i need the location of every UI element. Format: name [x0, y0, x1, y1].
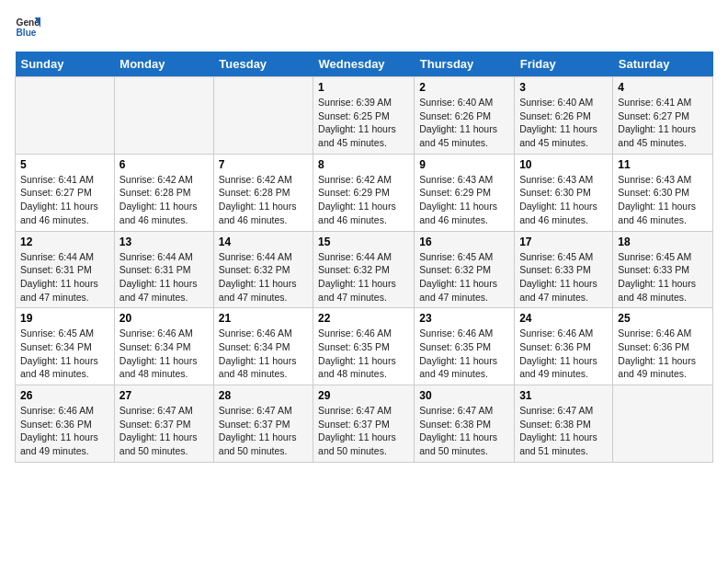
day-number: 14 — [219, 236, 308, 248]
day-number: 2 — [419, 81, 509, 94]
day-info: Sunrise: 6:46 AMSunset: 6:34 PMDaylight:… — [219, 327, 308, 381]
day-info: Sunrise: 6:44 AMSunset: 6:32 PMDaylight:… — [219, 250, 308, 304]
day-cell: 26Sunrise: 6:46 AMSunset: 6:36 PMDayligh… — [16, 385, 115, 463]
day-number: 6 — [119, 158, 209, 171]
day-cell: 8Sunrise: 6:42 AMSunset: 6:29 PMDaylight… — [313, 154, 415, 231]
day-info: Sunrise: 6:42 AMSunset: 6:29 PMDaylight:… — [318, 173, 409, 227]
day-info: Sunrise: 6:40 AMSunset: 6:26 PMDaylight:… — [519, 96, 608, 150]
day-info: Sunrise: 6:46 AMSunset: 6:36 PMDaylight:… — [519, 327, 608, 381]
header-cell-friday: Friday — [515, 52, 613, 77]
day-info: Sunrise: 6:46 AMSunset: 6:36 PMDaylight:… — [618, 327, 708, 381]
calendar-header: SundayMondayTuesdayWednesdayThursdayFrid… — [16, 52, 713, 77]
day-cell: 3Sunrise: 6:40 AMSunset: 6:26 PMDaylight… — [515, 77, 613, 155]
day-number: 16 — [419, 236, 509, 248]
day-info: Sunrise: 6:45 AMSunset: 6:33 PMDaylight:… — [618, 250, 708, 304]
week-row-1: 1Sunrise: 6:39 AMSunset: 6:25 PMDaylight… — [16, 77, 713, 155]
day-number: 26 — [20, 389, 109, 402]
day-cell — [16, 77, 115, 155]
day-number: 13 — [119, 236, 209, 248]
day-cell: 1Sunrise: 6:39 AMSunset: 6:25 PMDaylight… — [313, 77, 415, 155]
day-cell: 28Sunrise: 6:47 AMSunset: 6:37 PMDayligh… — [213, 385, 313, 463]
day-cell: 18Sunrise: 6:45 AMSunset: 6:33 PMDayligh… — [613, 231, 713, 308]
week-row-4: 19Sunrise: 6:45 AMSunset: 6:34 PMDayligh… — [16, 308, 713, 385]
day-number: 18 — [618, 236, 708, 248]
day-info: Sunrise: 6:43 AMSunset: 6:30 PMDaylight:… — [519, 173, 608, 227]
logo: General Blue — [15, 15, 44, 40]
day-number: 7 — [219, 158, 308, 171]
day-info: Sunrise: 6:46 AMSunset: 6:35 PMDaylight:… — [419, 327, 509, 381]
day-cell: 4Sunrise: 6:41 AMSunset: 6:27 PMDaylight… — [613, 77, 713, 155]
day-info: Sunrise: 6:46 AMSunset: 6:35 PMDaylight:… — [318, 327, 409, 381]
day-cell: 5Sunrise: 6:41 AMSunset: 6:27 PMDaylight… — [16, 154, 115, 231]
logo-icon: General Blue — [15, 15, 40, 40]
day-info: Sunrise: 6:44 AMSunset: 6:31 PMDaylight:… — [20, 250, 109, 304]
day-cell: 23Sunrise: 6:46 AMSunset: 6:35 PMDayligh… — [415, 308, 515, 385]
day-number: 31 — [519, 389, 608, 402]
day-cell: 24Sunrise: 6:46 AMSunset: 6:36 PMDayligh… — [515, 308, 613, 385]
day-cell — [114, 77, 213, 155]
day-info: Sunrise: 6:47 AMSunset: 6:38 PMDaylight:… — [519, 404, 608, 458]
day-info: Sunrise: 6:47 AMSunset: 6:37 PMDaylight:… — [119, 404, 209, 458]
day-number: 9 — [419, 158, 509, 171]
day-number: 17 — [519, 236, 608, 248]
day-number: 8 — [318, 158, 409, 171]
day-number: 3 — [519, 81, 608, 94]
day-number: 4 — [618, 81, 708, 94]
day-number: 11 — [618, 158, 708, 171]
calendar-body: 1Sunrise: 6:39 AMSunset: 6:25 PMDaylight… — [16, 77, 713, 463]
day-cell: 9Sunrise: 6:43 AMSunset: 6:29 PMDaylight… — [415, 154, 515, 231]
day-cell: 14Sunrise: 6:44 AMSunset: 6:32 PMDayligh… — [213, 231, 313, 308]
day-info: Sunrise: 6:45 AMSunset: 6:34 PMDaylight:… — [20, 327, 109, 381]
day-cell: 25Sunrise: 6:46 AMSunset: 6:36 PMDayligh… — [613, 308, 713, 385]
day-info: Sunrise: 6:46 AMSunset: 6:34 PMDaylight:… — [119, 327, 209, 381]
header-cell-monday: Monday — [114, 52, 213, 77]
day-cell: 15Sunrise: 6:44 AMSunset: 6:32 PMDayligh… — [313, 231, 415, 308]
day-cell: 7Sunrise: 6:42 AMSunset: 6:28 PMDaylight… — [213, 154, 313, 231]
day-number: 28 — [219, 389, 308, 402]
day-number: 20 — [119, 312, 209, 325]
day-cell: 31Sunrise: 6:47 AMSunset: 6:38 PMDayligh… — [515, 385, 613, 463]
day-number: 29 — [318, 389, 409, 402]
calendar-table: SundayMondayTuesdayWednesdayThursdayFrid… — [15, 52, 713, 463]
day-cell: 29Sunrise: 6:47 AMSunset: 6:37 PMDayligh… — [313, 385, 415, 463]
day-number: 27 — [119, 389, 209, 402]
day-number: 24 — [519, 312, 608, 325]
day-cell: 19Sunrise: 6:45 AMSunset: 6:34 PMDayligh… — [16, 308, 115, 385]
day-number: 23 — [419, 312, 509, 325]
day-cell: 27Sunrise: 6:47 AMSunset: 6:37 PMDayligh… — [114, 385, 213, 463]
svg-text:Blue: Blue — [17, 28, 37, 38]
day-cell: 12Sunrise: 6:44 AMSunset: 6:31 PMDayligh… — [16, 231, 115, 308]
day-info: Sunrise: 6:47 AMSunset: 6:37 PMDaylight:… — [318, 404, 409, 458]
day-info: Sunrise: 6:39 AMSunset: 6:25 PMDaylight:… — [318, 96, 409, 150]
day-cell: 10Sunrise: 6:43 AMSunset: 6:30 PMDayligh… — [515, 154, 613, 231]
page-header: General Blue — [15, 15, 713, 40]
header-cell-sunday: Sunday — [16, 52, 115, 77]
day-info: Sunrise: 6:43 AMSunset: 6:30 PMDaylight:… — [618, 173, 708, 227]
day-number: 22 — [318, 312, 409, 325]
day-number: 12 — [20, 236, 109, 248]
week-row-3: 12Sunrise: 6:44 AMSunset: 6:31 PMDayligh… — [16, 231, 713, 308]
day-info: Sunrise: 6:42 AMSunset: 6:28 PMDaylight:… — [119, 173, 209, 227]
day-cell: 21Sunrise: 6:46 AMSunset: 6:34 PMDayligh… — [213, 308, 313, 385]
header-row: SundayMondayTuesdayWednesdayThursdayFrid… — [16, 52, 713, 77]
day-cell: 22Sunrise: 6:46 AMSunset: 6:35 PMDayligh… — [313, 308, 415, 385]
day-number: 30 — [419, 389, 509, 402]
day-cell: 30Sunrise: 6:47 AMSunset: 6:38 PMDayligh… — [415, 385, 515, 463]
header-cell-saturday: Saturday — [613, 52, 713, 77]
day-cell: 11Sunrise: 6:43 AMSunset: 6:30 PMDayligh… — [613, 154, 713, 231]
day-number: 21 — [219, 312, 308, 325]
day-number: 1 — [318, 81, 409, 94]
day-info: Sunrise: 6:41 AMSunset: 6:27 PMDaylight:… — [20, 173, 109, 227]
day-number: 5 — [20, 158, 109, 171]
day-info: Sunrise: 6:40 AMSunset: 6:26 PMDaylight:… — [419, 96, 509, 150]
day-number: 19 — [20, 312, 109, 325]
header-cell-wednesday: Wednesday — [313, 52, 415, 77]
day-info: Sunrise: 6:44 AMSunset: 6:32 PMDaylight:… — [318, 250, 409, 304]
day-cell — [613, 385, 713, 463]
day-info: Sunrise: 6:43 AMSunset: 6:29 PMDaylight:… — [419, 173, 509, 227]
day-number: 10 — [519, 158, 608, 171]
day-cell: 20Sunrise: 6:46 AMSunset: 6:34 PMDayligh… — [114, 308, 213, 385]
week-row-5: 26Sunrise: 6:46 AMSunset: 6:36 PMDayligh… — [16, 385, 713, 463]
day-info: Sunrise: 6:47 AMSunset: 6:38 PMDaylight:… — [419, 404, 509, 458]
day-cell — [213, 77, 313, 155]
